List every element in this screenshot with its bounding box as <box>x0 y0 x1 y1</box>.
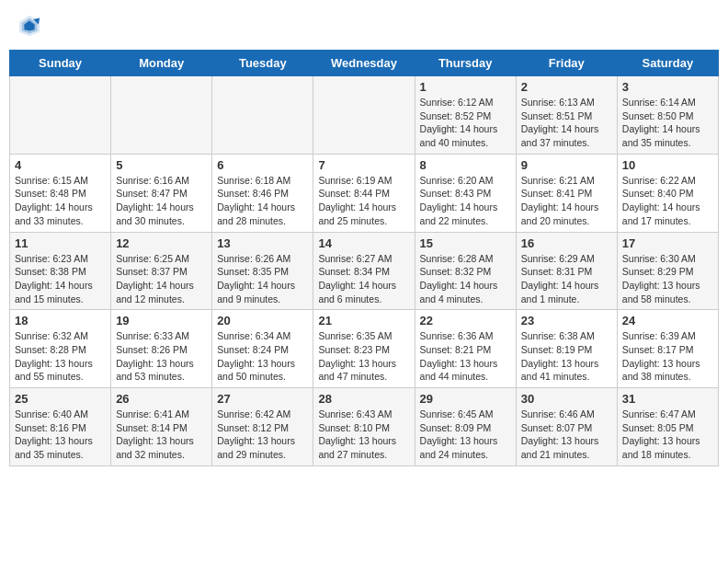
day-info: Sunrise: 6:33 AMSunset: 8:26 PMDaylight:… <box>116 329 207 384</box>
calendar-cell: 9Sunrise: 6:21 AMSunset: 8:41 PMDaylight… <box>516 154 617 232</box>
day-info: Sunrise: 6:43 AMSunset: 8:10 PMDaylight:… <box>318 408 409 462</box>
day-info: Sunrise: 6:38 AMSunset: 8:19 PMDaylight:… <box>521 329 612 384</box>
weekday-row: SundayMondayTuesdayWednesdayThursdayFrid… <box>10 51 719 76</box>
day-info: Sunrise: 6:12 AMSunset: 8:52 PMDaylight:… <box>420 96 511 150</box>
day-info: Sunrise: 6:40 AMSunset: 8:16 PMDaylight:… <box>15 408 106 462</box>
day-number: 13 <box>217 236 308 250</box>
calendar-cell: 28Sunrise: 6:43 AMSunset: 8:10 PMDayligh… <box>313 388 415 466</box>
day-number: 3 <box>622 80 713 94</box>
page-header <box>9 9 719 42</box>
day-info: Sunrise: 6:34 AMSunset: 8:24 PMDaylight:… <box>217 329 308 384</box>
calendar-cell: 10Sunrise: 6:22 AMSunset: 8:40 PMDayligh… <box>617 154 718 232</box>
calendar-cell: 30Sunrise: 6:46 AMSunset: 8:07 PMDayligh… <box>516 388 617 466</box>
calendar-header: SundayMondayTuesdayWednesdayThursdayFrid… <box>10 51 719 76</box>
calendar-cell <box>313 76 415 155</box>
day-info: Sunrise: 6:30 AMSunset: 8:29 PMDaylight:… <box>622 252 713 306</box>
day-number: 18 <box>15 314 106 327</box>
calendar-cell: 5Sunrise: 6:16 AMSunset: 8:47 PMDaylight… <box>111 154 212 232</box>
day-number: 16 <box>521 236 612 250</box>
calendar-body: 1Sunrise: 6:12 AMSunset: 8:52 PMDaylight… <box>10 76 719 466</box>
day-info: Sunrise: 6:18 AMSunset: 8:46 PMDaylight:… <box>217 174 308 228</box>
day-number: 14 <box>318 236 409 250</box>
calendar-cell: 14Sunrise: 6:27 AMSunset: 8:34 PMDayligh… <box>313 232 415 310</box>
day-number: 9 <box>521 158 612 172</box>
day-info: Sunrise: 6:36 AMSunset: 8:21 PMDaylight:… <box>420 329 511 384</box>
weekday-header: Friday <box>516 51 617 76</box>
day-number: 7 <box>318 158 409 172</box>
calendar-cell <box>10 76 111 155</box>
day-number: 4 <box>15 158 106 172</box>
day-number: 12 <box>116 236 207 250</box>
calendar-cell: 20Sunrise: 6:34 AMSunset: 8:24 PMDayligh… <box>212 310 313 388</box>
weekday-header: Tuesday <box>212 51 313 76</box>
day-number: 23 <box>521 314 612 327</box>
day-number: 5 <box>116 158 207 172</box>
calendar-week-row: 11Sunrise: 6:23 AMSunset: 8:38 PMDayligh… <box>10 232 719 310</box>
day-info: Sunrise: 6:32 AMSunset: 8:28 PMDaylight:… <box>15 329 106 384</box>
day-number: 29 <box>420 392 511 406</box>
day-info: Sunrise: 6:47 AMSunset: 8:05 PMDaylight:… <box>622 408 713 462</box>
calendar-cell: 27Sunrise: 6:42 AMSunset: 8:12 PMDayligh… <box>212 388 313 466</box>
calendar-cell <box>111 76 212 155</box>
logo-icon <box>17 13 42 39</box>
calendar-week-row: 4Sunrise: 6:15 AMSunset: 8:48 PMDaylight… <box>10 154 719 232</box>
weekday-header: Monday <box>111 51 212 76</box>
day-info: Sunrise: 6:25 AMSunset: 8:37 PMDaylight:… <box>116 252 207 306</box>
day-number: 6 <box>217 158 308 172</box>
weekday-header: Saturday <box>617 51 718 76</box>
calendar-cell: 24Sunrise: 6:39 AMSunset: 8:17 PMDayligh… <box>617 310 718 388</box>
day-number: 21 <box>318 314 409 327</box>
calendar-cell: 2Sunrise: 6:13 AMSunset: 8:51 PMDaylight… <box>516 76 617 155</box>
day-number: 28 <box>318 392 409 406</box>
day-info: Sunrise: 6:16 AMSunset: 8:47 PMDaylight:… <box>116 174 207 228</box>
day-number: 8 <box>420 158 511 172</box>
day-number: 1 <box>420 80 511 94</box>
calendar-cell: 15Sunrise: 6:28 AMSunset: 8:32 PMDayligh… <box>415 232 516 310</box>
calendar-table: SundayMondayTuesdayWednesdayThursdayFrid… <box>9 50 719 466</box>
calendar-cell: 4Sunrise: 6:15 AMSunset: 8:48 PMDaylight… <box>10 154 111 232</box>
day-info: Sunrise: 6:26 AMSunset: 8:35 PMDaylight:… <box>217 252 308 306</box>
day-number: 30 <box>521 392 612 406</box>
day-info: Sunrise: 6:39 AMSunset: 8:17 PMDaylight:… <box>622 329 713 384</box>
calendar-cell: 6Sunrise: 6:18 AMSunset: 8:46 PMDaylight… <box>212 154 313 232</box>
day-number: 20 <box>217 314 308 327</box>
day-number: 2 <box>521 80 612 94</box>
calendar-cell: 25Sunrise: 6:40 AMSunset: 8:16 PMDayligh… <box>10 388 111 466</box>
day-number: 25 <box>15 392 106 406</box>
day-info: Sunrise: 6:23 AMSunset: 8:38 PMDaylight:… <box>15 252 106 306</box>
day-info: Sunrise: 6:29 AMSunset: 8:31 PMDaylight:… <box>521 252 612 306</box>
calendar-cell: 7Sunrise: 6:19 AMSunset: 8:44 PMDaylight… <box>313 154 415 232</box>
day-number: 24 <box>622 314 713 327</box>
day-number: 26 <box>116 392 207 406</box>
calendar-cell: 1Sunrise: 6:12 AMSunset: 8:52 PMDaylight… <box>415 76 516 155</box>
day-number: 22 <box>420 314 511 327</box>
day-number: 19 <box>116 314 207 327</box>
day-info: Sunrise: 6:13 AMSunset: 8:51 PMDaylight:… <box>521 96 612 150</box>
calendar-cell: 3Sunrise: 6:14 AMSunset: 8:50 PMDaylight… <box>617 76 718 155</box>
calendar-cell: 11Sunrise: 6:23 AMSunset: 8:38 PMDayligh… <box>10 232 111 310</box>
weekday-header: Thursday <box>415 51 516 76</box>
calendar-cell: 31Sunrise: 6:47 AMSunset: 8:05 PMDayligh… <box>617 388 718 466</box>
calendar-cell: 19Sunrise: 6:33 AMSunset: 8:26 PMDayligh… <box>111 310 212 388</box>
calendar-cell: 22Sunrise: 6:36 AMSunset: 8:21 PMDayligh… <box>415 310 516 388</box>
day-info: Sunrise: 6:14 AMSunset: 8:50 PMDaylight:… <box>622 96 713 150</box>
calendar-cell: 21Sunrise: 6:35 AMSunset: 8:23 PMDayligh… <box>313 310 415 388</box>
day-number: 17 <box>622 236 713 250</box>
weekday-header: Wednesday <box>313 51 415 76</box>
calendar-cell: 12Sunrise: 6:25 AMSunset: 8:37 PMDayligh… <box>111 232 212 310</box>
logo <box>17 13 46 39</box>
day-number: 11 <box>15 236 106 250</box>
day-info: Sunrise: 6:27 AMSunset: 8:34 PMDaylight:… <box>318 252 409 306</box>
day-info: Sunrise: 6:15 AMSunset: 8:48 PMDaylight:… <box>15 174 106 228</box>
calendar-cell: 26Sunrise: 6:41 AMSunset: 8:14 PMDayligh… <box>111 388 212 466</box>
day-info: Sunrise: 6:42 AMSunset: 8:12 PMDaylight:… <box>217 408 308 462</box>
calendar-cell: 17Sunrise: 6:30 AMSunset: 8:29 PMDayligh… <box>617 232 718 310</box>
day-info: Sunrise: 6:35 AMSunset: 8:23 PMDaylight:… <box>318 329 409 384</box>
weekday-header: Sunday <box>10 51 111 76</box>
calendar-cell: 23Sunrise: 6:38 AMSunset: 8:19 PMDayligh… <box>516 310 617 388</box>
day-number: 27 <box>217 392 308 406</box>
calendar-week-row: 1Sunrise: 6:12 AMSunset: 8:52 PMDaylight… <box>10 76 719 155</box>
calendar-cell <box>212 76 313 155</box>
calendar-week-row: 18Sunrise: 6:32 AMSunset: 8:28 PMDayligh… <box>10 310 719 388</box>
calendar-cell: 8Sunrise: 6:20 AMSunset: 8:43 PMDaylight… <box>415 154 516 232</box>
